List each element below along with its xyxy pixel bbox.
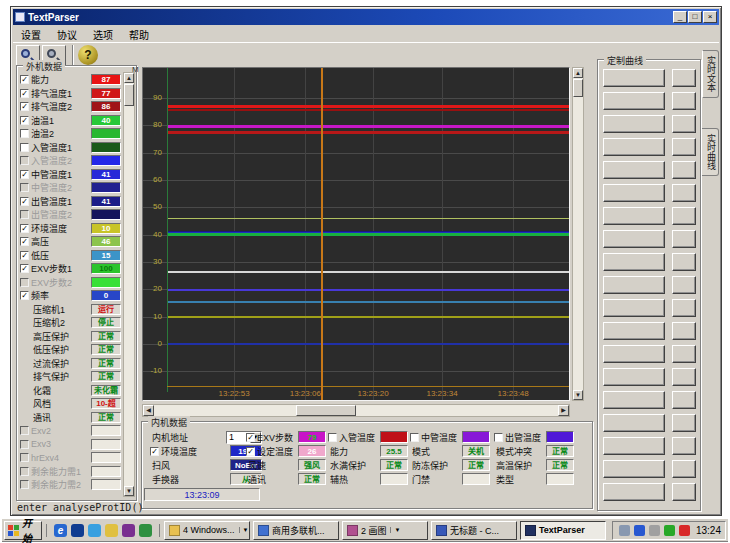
row-checkbox[interactable]: ✓ [20,89,29,98]
menu-item[interactable]: 设置 [13,26,49,43]
row-checkbox[interactable] [20,129,29,138]
row-checkbox[interactable]: ✓ [20,264,29,273]
row-checkbox[interactable]: ✓ [150,447,159,456]
browser-icon[interactable] [88,524,101,537]
curve-small-button[interactable] [672,437,696,455]
curve-small-button[interactable] [672,276,696,294]
curve-small-button[interactable] [672,69,696,87]
title-bar[interactable]: TextParser _□× [13,9,719,25]
tab-realtime-text[interactable]: 实时文本 [702,50,719,98]
row-checkbox[interactable] [494,433,503,442]
row-checkbox[interactable] [20,143,29,152]
scroll-right-button[interactable]: ▶ [558,405,569,416]
row-checkbox[interactable]: ✓ [246,447,255,456]
media-icon[interactable] [139,524,152,537]
sidebar-scrollbar[interactable]: ▲ ▼ [123,72,135,497]
scroll-up-button[interactable]: ▲ [573,68,583,78]
row-checkbox[interactable] [20,453,29,462]
curve-small-button[interactable] [672,161,696,179]
curve-small-button[interactable] [672,414,696,432]
curve-button[interactable] [603,276,665,294]
antivirus-icon[interactable] [664,525,675,536]
close-button[interactable]: × [703,11,717,23]
printer-icon[interactable] [619,525,630,536]
scroll-left-button[interactable]: ◀ [143,405,154,416]
scroll-down-button[interactable]: ▼ [124,486,134,496]
messenger-icon[interactable] [71,524,84,537]
row-checkbox[interactable]: ✓ [20,291,29,300]
row-checkbox[interactable]: ✓ [20,224,29,233]
row-checkbox[interactable] [20,183,29,192]
curve-small-button[interactable] [672,115,696,133]
curve-small-button[interactable] [672,368,696,386]
curve-button[interactable] [603,299,665,317]
row-checkbox[interactable]: ✓ [20,102,29,111]
task-button[interactable]: TextParser [520,521,606,540]
curve-button[interactable] [603,69,665,87]
task-button[interactable]: 2 画图▼ [342,521,428,540]
scroll-thumb[interactable] [573,79,583,97]
curve-small-button[interactable] [672,92,696,110]
row-checkbox[interactable]: ✓ [20,116,29,125]
help-button[interactable]: ? [78,45,98,65]
curve-button[interactable] [603,460,665,478]
curve-button[interactable] [603,92,665,110]
curve-small-button[interactable] [672,483,696,501]
curve-button[interactable] [603,161,665,179]
menu-item[interactable]: 选项 [85,26,121,43]
restore-button[interactable]: □ [688,11,702,23]
menu-item[interactable]: 协议 [49,26,85,43]
curve-button[interactable] [603,115,665,133]
row-checkbox[interactable] [20,426,29,435]
notes-icon[interactable] [105,524,118,537]
curve-button[interactable] [603,483,665,501]
scroll-up-button[interactable]: ▲ [124,73,134,83]
minimize-button[interactable]: _ [673,11,687,23]
curve-button[interactable] [603,184,665,202]
row-checkbox[interactable]: ✓ [20,237,29,246]
download-icon[interactable] [679,525,690,536]
row-checkbox[interactable] [20,467,29,476]
row-checkbox[interactable]: ✓ [20,251,29,260]
task-button[interactable]: 商用多联机... [253,521,339,540]
time-cursor[interactable] [321,68,323,400]
curve-small-button[interactable] [672,391,696,409]
row-checkbox[interactable] [20,278,29,287]
curve-small-button[interactable] [672,460,696,478]
curve-button[interactable] [603,138,665,156]
curve-small-button[interactable] [672,322,696,340]
security-icon[interactable] [122,524,135,537]
row-checkbox[interactable] [20,210,29,219]
curve-small-button[interactable] [672,138,696,156]
volume-icon[interactable] [649,525,660,536]
row-checkbox[interactable]: ✓ [20,170,29,179]
scroll-thumb[interactable] [296,405,356,416]
curve-button[interactable] [603,391,665,409]
curve-button[interactable] [603,368,665,386]
curve-small-button[interactable] [672,345,696,363]
curve-button[interactable] [603,253,665,271]
row-checkbox[interactable] [328,433,337,442]
curve-small-button[interactable] [672,253,696,271]
chart-plot[interactable]: 9080706050403020100-1013:22:5313:23:0613… [142,67,570,401]
chart-hscroll[interactable]: ◀ ▶ [142,404,570,417]
curve-button[interactable] [603,230,665,248]
row-checkbox[interactable] [20,440,29,449]
row-checkbox[interactable]: ✓ [20,197,29,206]
scroll-down-button[interactable]: ▼ [573,390,583,400]
row-checkbox[interactable] [410,433,419,442]
row-checkbox[interactable] [20,480,29,489]
row-checkbox[interactable]: ✓ [246,433,255,442]
scroll-thumb[interactable] [124,84,134,106]
curve-small-button[interactable] [672,230,696,248]
row-checkbox[interactable]: ✓ [20,75,29,84]
menu-item[interactable]: 帮助 [121,26,157,43]
curve-button[interactable] [603,437,665,455]
chart-vscroll[interactable]: ▲ ▼ [572,67,584,401]
curve-small-button[interactable] [672,184,696,202]
ie-icon[interactable]: e [54,524,67,537]
curve-small-button[interactable] [672,299,696,317]
task-button[interactable]: 4 Windows...▼ [164,521,250,540]
curve-button[interactable] [603,322,665,340]
curve-small-button[interactable] [672,207,696,225]
